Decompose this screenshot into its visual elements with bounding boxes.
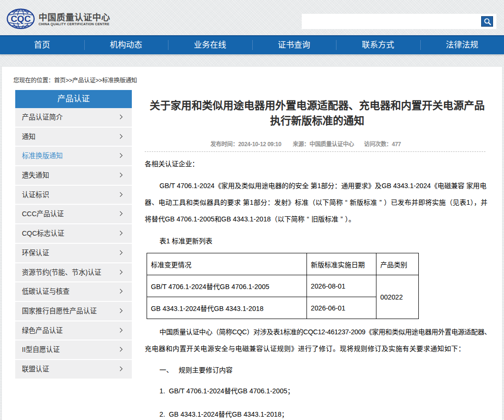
svg-text:CQC: CQC xyxy=(10,14,31,24)
